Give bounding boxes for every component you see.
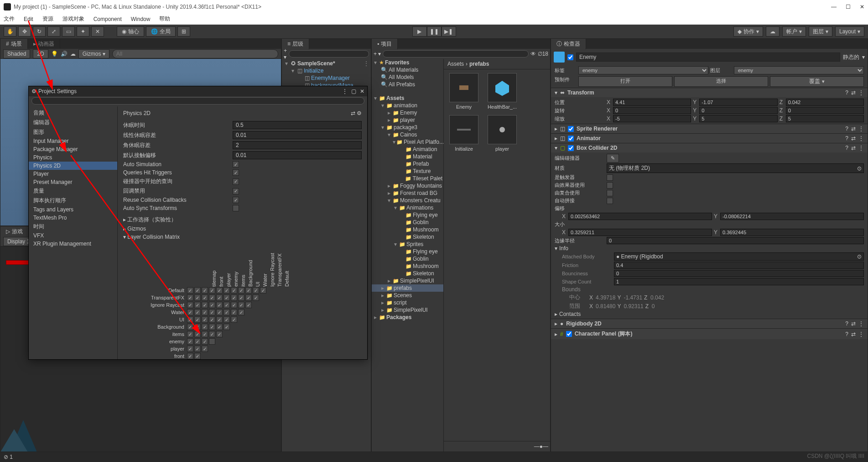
scene-root[interactable]: ▾✪ SampleScene* ⋮ bbox=[282, 60, 371, 67]
tab-animator[interactable]: ▸ 动画器 bbox=[28, 39, 60, 49]
matrix-cell[interactable] bbox=[194, 346, 201, 352]
error-icon[interactable]: ⊘ bbox=[4, 454, 8, 460]
collab-dropdown[interactable]: ◆ 协作 ▾ bbox=[733, 26, 763, 37]
snap-tool[interactable]: ⊞ bbox=[177, 26, 190, 37]
settings-foldout[interactable]: ▸ Gizmos bbox=[123, 225, 362, 233]
rot-x[interactable] bbox=[613, 107, 691, 114]
breadcrumb-assets[interactable]: Assets bbox=[447, 61, 464, 67]
layout-dropdown[interactable]: Layout ▾ bbox=[835, 26, 864, 37]
matrix-cell[interactable] bbox=[194, 302, 201, 308]
matrix-cell[interactable] bbox=[209, 302, 215, 308]
folder-item[interactable]: 📁 Flying eye bbox=[372, 211, 443, 219]
minimize-button[interactable]: — bbox=[831, 4, 837, 10]
matrix-cell[interactable] bbox=[202, 316, 208, 323]
matrix-cell[interactable] bbox=[253, 287, 259, 294]
matrix-cell[interactable] bbox=[238, 287, 244, 294]
setting-input[interactable] bbox=[233, 141, 362, 149]
folder-item[interactable]: ▾📁 Monsters Creatu bbox=[372, 197, 443, 204]
settings-gear-icon[interactable]: ⚙ bbox=[357, 110, 362, 116]
favorite-item[interactable]: 🔍 All Prefabs bbox=[372, 81, 443, 88]
settings-preset-icon[interactable]: ⇄ bbox=[351, 110, 355, 116]
preset-icon[interactable]: ⇄ bbox=[851, 89, 856, 96]
assets-root[interactable]: ▾📁 Assets bbox=[372, 94, 443, 102]
project-search[interactable] bbox=[383, 50, 528, 58]
menu-component[interactable]: Component bbox=[94, 16, 122, 22]
settings-maximize[interactable]: ▢ bbox=[351, 88, 356, 94]
settings-nav-item[interactable]: 质量 bbox=[29, 186, 117, 196]
maximize-button[interactable]: ☐ bbox=[846, 4, 851, 10]
settings-menu-icon[interactable]: ⋮ bbox=[342, 88, 348, 94]
matrix-cell[interactable] bbox=[187, 346, 193, 352]
matrix-cell[interactable] bbox=[209, 331, 215, 337]
help-icon[interactable]: ? bbox=[845, 89, 848, 96]
scene-search[interactable] bbox=[112, 49, 278, 58]
matrix-cell[interactable] bbox=[194, 294, 201, 301]
settings-nav-item[interactable]: Input Manager bbox=[29, 137, 117, 145]
matrix-cell[interactable] bbox=[194, 331, 201, 337]
scale-tool[interactable]: ⤢ bbox=[47, 26, 60, 37]
asset-item[interactable]: player bbox=[486, 115, 519, 152]
shading-mode[interactable]: Shaded bbox=[3, 49, 30, 58]
matrix-cell[interactable] bbox=[216, 302, 223, 308]
matrix-cell[interactable] bbox=[231, 294, 237, 301]
folder-item[interactable]: 📁 Skeleton bbox=[372, 233, 443, 241]
matrix-cell[interactable] bbox=[194, 324, 201, 330]
matrix-cell[interactable] bbox=[209, 324, 215, 330]
setting-input[interactable] bbox=[233, 151, 362, 159]
menu-文件[interactable]: 文件 bbox=[4, 15, 15, 23]
settings-nav-item[interactable]: Package Manager bbox=[29, 145, 117, 153]
gameobject-name-input[interactable] bbox=[576, 52, 840, 62]
move-tool[interactable]: ✥ bbox=[18, 26, 31, 37]
folder-item[interactable]: ▾📁 Pixel Art Platfo... bbox=[372, 138, 443, 146]
tab-scene[interactable]: # 场景 bbox=[0, 39, 28, 49]
matrix-cell[interactable] bbox=[194, 287, 201, 294]
settings-nav-item[interactable]: Tags and Layers bbox=[29, 205, 117, 214]
pos-x[interactable] bbox=[613, 99, 691, 106]
used-by-effector[interactable] bbox=[607, 182, 613, 189]
folder-item[interactable]: 📁 Mushroom bbox=[372, 226, 443, 233]
asset-item[interactable]: Initialize bbox=[447, 115, 480, 152]
matrix-cell[interactable] bbox=[223, 316, 230, 323]
rigidbody-header[interactable]: ▸● Rigidbody 2D?⇄⋮ bbox=[551, 319, 868, 328]
matrix-cell[interactable] bbox=[202, 346, 208, 352]
folder-item[interactable]: 📁 Flying eye bbox=[372, 248, 443, 255]
hierarchy-item[interactable]: ◫EnemyManager bbox=[282, 74, 371, 82]
is-trigger[interactable] bbox=[607, 174, 613, 181]
matrix-cell[interactable] bbox=[194, 309, 201, 315]
component-header[interactable]: ▸◫Animator?⇄⋮ bbox=[551, 134, 868, 143]
edit-collider-button[interactable]: ✎ bbox=[607, 154, 619, 163]
folder-item[interactable]: 📁 Prefab bbox=[372, 160, 443, 168]
favorite-item[interactable]: 🔍 All Models bbox=[372, 74, 443, 81]
matrix-cell[interactable] bbox=[202, 294, 208, 301]
folder-item[interactable]: 📁 Mushroom bbox=[372, 262, 443, 270]
settings-search[interactable] bbox=[31, 97, 364, 105]
matrix-cell[interactable] bbox=[223, 309, 230, 315]
edge-radius[interactable] bbox=[607, 237, 864, 244]
folder-item[interactable]: 📁 Goblin bbox=[372, 219, 443, 226]
folder-item[interactable]: ▸📁 Enemy bbox=[372, 109, 443, 116]
pos-y[interactable] bbox=[699, 99, 777, 106]
create-button[interactable]: + ▾ bbox=[284, 47, 287, 60]
matrix-cell[interactable] bbox=[187, 309, 193, 315]
charpanel-enabled[interactable] bbox=[566, 331, 572, 337]
folder-item[interactable]: ▸📁 player bbox=[372, 116, 443, 124]
setting-checkbox[interactable] bbox=[233, 178, 239, 185]
settings-nav-item[interactable]: XR Plugin Management bbox=[29, 240, 117, 248]
setting-input[interactable] bbox=[233, 131, 362, 139]
gameobject-active[interactable] bbox=[567, 54, 573, 60]
slider-icon[interactable]: —●— bbox=[534, 443, 548, 450]
folder-item[interactable]: 📁 Tileset Palet bbox=[372, 175, 443, 182]
tag-select[interactable]: enemy bbox=[578, 66, 708, 74]
matrix-cell[interactable] bbox=[209, 294, 215, 301]
rot-z[interactable] bbox=[786, 107, 864, 114]
custom-tool[interactable]: ✕ bbox=[91, 26, 104, 37]
folder-item[interactable]: ▸📁 Forest road BG bbox=[372, 189, 443, 197]
settings-nav-item[interactable]: 音频 bbox=[29, 108, 117, 118]
menu-资源[interactable]: 资源 bbox=[42, 15, 53, 23]
settings-nav-item[interactable]: 脚本执行顺序 bbox=[29, 196, 117, 205]
folder-item[interactable]: 📁 Texture bbox=[372, 168, 443, 175]
setting-checkbox[interactable] bbox=[233, 188, 239, 194]
transform-header[interactable]: ▾⬌ Transform ? ⇄ ⋮ bbox=[551, 88, 868, 97]
matrix-cell[interactable] bbox=[216, 324, 223, 330]
2d-toggle[interactable]: 2D bbox=[33, 49, 48, 58]
